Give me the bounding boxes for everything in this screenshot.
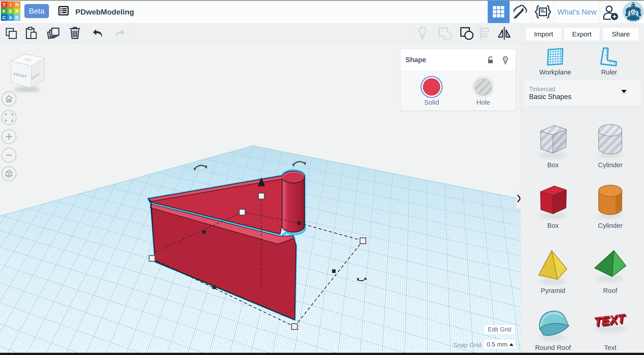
svg-text:Hole: Hole [476,98,490,106]
svg-text:Solid: Solid [424,98,439,106]
